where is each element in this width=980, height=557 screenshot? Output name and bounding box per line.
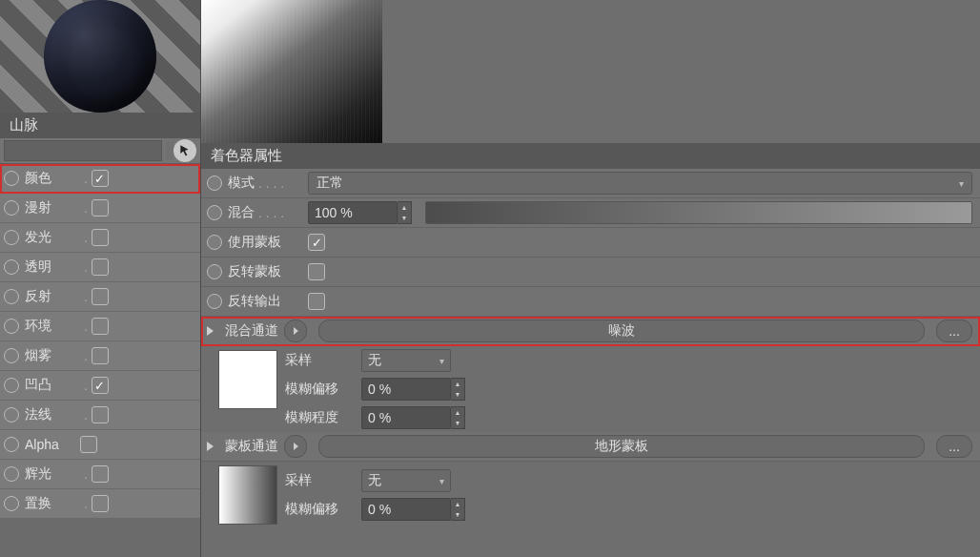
blend-channel-value-button[interactable]: 噪波: [318, 320, 925, 342]
channel-normal[interactable]: 法线 .: [0, 401, 200, 430]
spinner-icon[interactable]: ▲▼: [398, 201, 412, 224]
blend-channel-menu-button[interactable]: [284, 320, 307, 342]
mask-sub-thumb[interactable]: [218, 465, 277, 525]
picker-icon[interactable]: [174, 139, 196, 162]
radio-icon[interactable]: [207, 175, 222, 191]
blur-offset-field[interactable]: 0 % ▲▼: [361, 378, 465, 401]
channel-label: 置换: [25, 495, 80, 512]
preview-sphere-icon: [44, 0, 156, 113]
spinner-icon[interactable]: ▲▼: [451, 498, 465, 521]
expand-triangle-icon[interactable]: [207, 326, 214, 336]
material-preview[interactable]: [0, 0, 200, 113]
blend-sub-thumb[interactable]: [218, 350, 277, 409]
app-root: 山脉 颜色 . 漫射 . 发光 .: [0, 0, 980, 557]
sampling-value: 无: [368, 352, 381, 369]
radio-icon[interactable]: [4, 259, 19, 275]
sampling-dropdown[interactable]: 无: [361, 349, 451, 372]
channel-label: 透明: [25, 258, 80, 276]
channel-checkbox[interactable]: [92, 377, 109, 394]
channel-glow[interactable]: 辉光 .: [0, 460, 200, 489]
radio-icon[interactable]: [4, 348, 19, 363]
channel-checkbox[interactable]: [92, 465, 109, 483]
channel-checkbox[interactable]: [92, 406, 109, 423]
shader-properties-title: 着色器属性: [201, 143, 980, 169]
blend-slider[interactable]: [425, 201, 972, 224]
channel-label: 环境: [25, 318, 80, 335]
channel-checkbox[interactable]: [92, 170, 109, 187]
mask-channel-value: 地形蒙板: [595, 438, 648, 455]
radio-icon[interactable]: [207, 235, 222, 250]
dots-icon: .: [84, 348, 88, 363]
channel-reflection[interactable]: 反射 .: [0, 282, 200, 312]
mode-dropdown[interactable]: 正常: [308, 172, 972, 195]
radio-icon[interactable]: [4, 171, 19, 186]
channel-color[interactable]: 颜色 .: [0, 164, 200, 194]
material-search-field[interactable]: [4, 140, 162, 161]
mask-channel-value-button[interactable]: 地形蒙板: [318, 435, 925, 458]
channel-diffuse[interactable]: 漫射 .: [0, 194, 200, 223]
blend-channel-browse-button[interactable]: ...: [936, 320, 972, 342]
channel-transparency[interactable]: 透明 .: [0, 253, 200, 282]
radio-icon[interactable]: [207, 264, 222, 279]
dots-icon: . . . .: [258, 205, 284, 220]
blur-scale-field[interactable]: 0 % ▲▼: [361, 406, 465, 429]
mask-blur-offset-field[interactable]: 0 % ▲▼: [361, 498, 465, 521]
channel-list: 颜色 . 漫射 . 发光 . 透明 .: [0, 164, 200, 557]
texture-preview[interactable]: [201, 0, 382, 143]
channel-environment[interactable]: 环境 .: [0, 312, 200, 341]
channel-checkbox[interactable]: [80, 436, 97, 453]
channel-label: 发光: [25, 229, 80, 246]
radio-icon[interactable]: [4, 378, 19, 393]
radio-icon[interactable]: [4, 496, 19, 511]
channel-checkbox[interactable]: [92, 258, 109, 276]
mask-blur-offset-value: 0 %: [368, 502, 391, 517]
mask-channel-menu-button[interactable]: [284, 435, 307, 458]
channel-label: 颜色: [25, 170, 80, 187]
invert-output-checkbox[interactable]: [308, 293, 325, 310]
radio-icon[interactable]: [207, 205, 222, 220]
channel-checkbox[interactable]: [92, 318, 109, 335]
material-name-field[interactable]: 山脉: [0, 113, 200, 138]
channel-checkbox[interactable]: [92, 288, 109, 305]
radio-icon[interactable]: [4, 437, 19, 452]
radio-icon[interactable]: [4, 200, 19, 216]
more-icon: ...: [949, 323, 960, 339]
radio-icon[interactable]: [4, 466, 19, 482]
radio-icon[interactable]: [4, 230, 19, 245]
invert-mask-checkbox[interactable]: [308, 263, 325, 280]
row-use-mask: 使用蒙板: [201, 228, 980, 258]
channel-checkbox[interactable]: [92, 199, 109, 217]
material-tool-row: [0, 138, 200, 164]
channel-luminance[interactable]: 发光 .: [0, 223, 200, 253]
radio-icon[interactable]: [4, 319, 19, 334]
dots-icon: .: [84, 378, 88, 393]
expand-triangle-icon[interactable]: [207, 442, 214, 451]
use-mask-label: 使用蒙板: [228, 234, 281, 251]
radio-icon[interactable]: [4, 407, 19, 423]
dots-icon: .: [84, 319, 88, 334]
channel-checkbox[interactable]: [92, 347, 109, 364]
channel-checkbox[interactable]: [92, 495, 109, 512]
channel-displacement[interactable]: 置换 .: [0, 489, 200, 519]
blend-field[interactable]: 100 % ▲▼: [308, 201, 412, 224]
channel-bump[interactable]: 凹凸 .: [0, 371, 200, 401]
channel-label: 法线: [25, 406, 80, 423]
channel-alpha[interactable]: Alpha: [0, 430, 200, 460]
spinner-icon[interactable]: ▲▼: [451, 406, 465, 429]
mask-channel-browse-button[interactable]: ...: [936, 435, 972, 458]
row-blend-channel: 混合通道 噪波 ...: [201, 317, 980, 346]
row-mode: 模式 . . . . 正常: [201, 169, 980, 198]
blend-sub-block: 采样 无 模糊偏移 0 % ▲▼ 模糊程度: [201, 346, 980, 432]
channel-checkbox[interactable]: [92, 229, 109, 246]
spinner-icon[interactable]: ▲▼: [451, 378, 465, 401]
row-blend-blur-offset: 模糊偏移 0 % ▲▼: [285, 375, 465, 403]
radio-icon[interactable]: [4, 289, 19, 304]
row-invert-mask: 反转蒙板: [201, 258, 980, 287]
channel-fog[interactable]: 烟雾 .: [0, 341, 200, 371]
radio-icon[interactable]: [207, 294, 222, 309]
use-mask-checkbox[interactable]: [308, 234, 325, 251]
more-icon: ...: [949, 439, 960, 454]
row-blend-blur-scale: 模糊程度 0 % ▲▼: [285, 403, 465, 432]
blur-scale-label: 模糊程度: [285, 409, 352, 426]
mask-sampling-dropdown[interactable]: 无: [361, 469, 451, 492]
